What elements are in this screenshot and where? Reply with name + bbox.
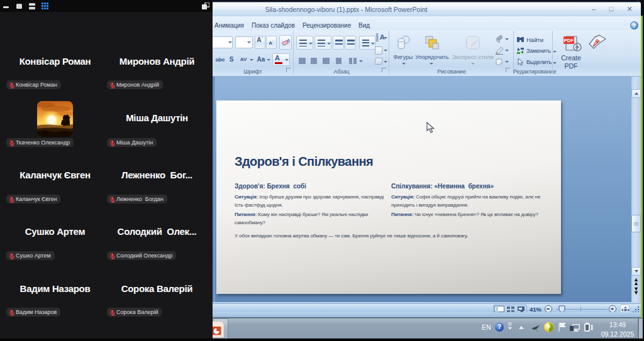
svg-text:A: A (287, 38, 291, 43)
svg-text:PDF: PDF (564, 38, 574, 43)
